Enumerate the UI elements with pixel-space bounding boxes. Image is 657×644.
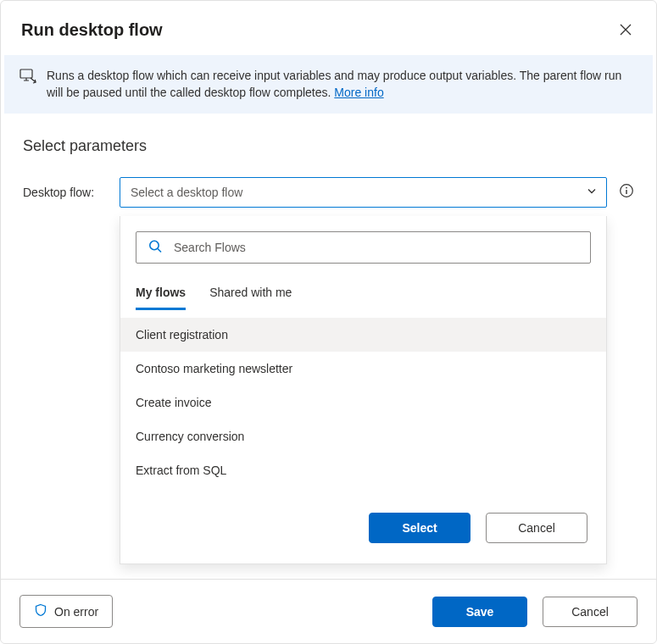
section-title: Select parameters	[23, 137, 634, 155]
desktop-flow-row: Desktop flow: Select a desktop flow	[23, 177, 634, 208]
flow-item-currency-conversion[interactable]: Currency conversion	[120, 419, 606, 453]
dialog-footer: On error Save Cancel	[1, 579, 656, 643]
flow-picker-dropdown: My flows Shared with me Client registrat…	[120, 216, 607, 564]
svg-point-1	[150, 241, 159, 249]
run-desktop-flow-dialog: Run desktop flow Runs a desktop flow whi…	[0, 0, 657, 644]
desktop-flow-icon	[19, 69, 36, 88]
search-flows-input[interactable]	[136, 231, 591, 264]
info-icon[interactable]	[619, 183, 634, 201]
flow-list: Client registration Contoso marketing ne…	[120, 318, 606, 487]
desktop-flow-label: Desktop flow:	[23, 186, 108, 199]
cancel-button[interactable]: Cancel	[543, 597, 638, 627]
search-wrap	[136, 231, 591, 264]
banner-text: Runs a desktop flow which can receive in…	[47, 67, 638, 102]
dropdown-footer: Select Cancel	[120, 487, 606, 543]
more-info-link[interactable]: More info	[334, 86, 383, 99]
info-banner: Runs a desktop flow which can receive in…	[4, 55, 653, 114]
desktop-flow-select-wrap: Select a desktop flow My flows Sha	[120, 177, 607, 208]
close-button[interactable]	[615, 19, 636, 40]
close-icon	[619, 23, 632, 36]
flow-item-create-invoice[interactable]: Create invoice	[120, 386, 606, 419]
tab-my-flows[interactable]: My flows	[136, 279, 186, 310]
dropdown-cancel-button[interactable]: Cancel	[486, 513, 587, 543]
desktop-flow-select[interactable]: Select a desktop flow	[120, 177, 607, 208]
dialog-body: Select parameters Desktop flow: Select a…	[1, 114, 656, 579]
tab-shared-with-me[interactable]: Shared with me	[209, 279, 292, 310]
flow-item-extract-from-sql[interactable]: Extract from SQL	[120, 453, 606, 487]
on-error-label: On error	[54, 605, 98, 619]
shield-icon	[34, 603, 47, 619]
dialog-title: Run desktop flow	[21, 20, 163, 40]
flow-item-contoso-marketing[interactable]: Contoso marketing newsletter	[120, 352, 606, 386]
footer-actions: Save Cancel	[432, 597, 638, 627]
svg-rect-0	[20, 69, 32, 78]
chevron-down-icon	[586, 185, 598, 199]
save-button[interactable]: Save	[432, 597, 527, 627]
flow-item-client-registration[interactable]: Client registration	[120, 318, 606, 352]
select-button[interactable]: Select	[369, 513, 470, 543]
search-icon	[148, 238, 163, 256]
flow-tabs: My flows Shared with me	[120, 279, 606, 311]
dialog-header: Run desktop flow	[1, 1, 656, 55]
svg-point-3	[626, 187, 627, 189]
on-error-button[interactable]: On error	[19, 595, 113, 628]
